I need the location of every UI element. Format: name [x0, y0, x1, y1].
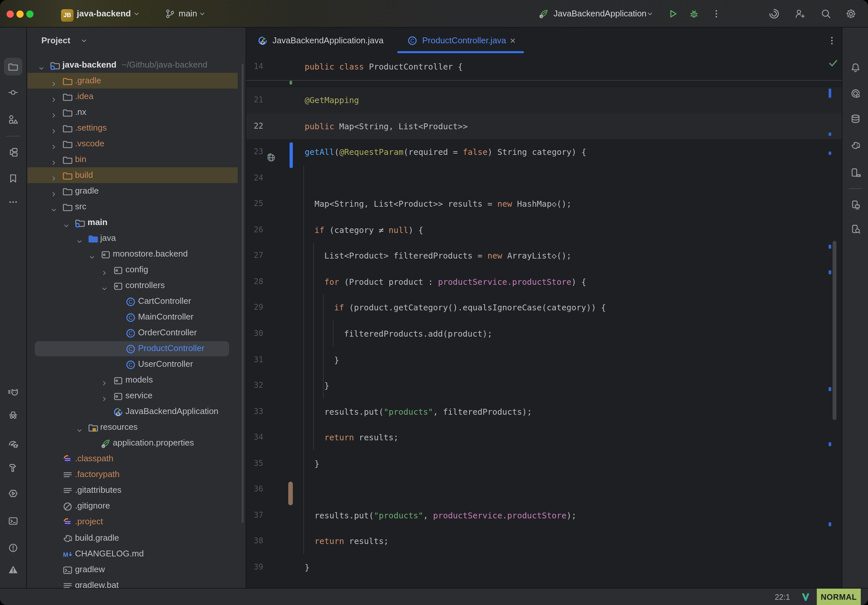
- tree-item-cartcontroller[interactable]: CCartController: [26, 293, 246, 309]
- more-run-actions-icon[interactable]: [711, 9, 722, 19]
- chevron-right-icon[interactable]: [50, 156, 58, 163]
- tree-item-service[interactable]: service: [26, 388, 246, 404]
- change-marker[interactable]: [829, 245, 831, 249]
- tree-item-monostore-backend[interactable]: monostore.backend: [26, 246, 246, 262]
- tree-item-resources[interactable]: resources: [26, 419, 246, 435]
- running-devices-icon[interactable]: [850, 200, 860, 210]
- chevron-right-icon[interactable]: [50, 92, 58, 100]
- close-tab-icon[interactable]: [509, 37, 519, 47]
- code-line-32[interactable]: 32}: [246, 373, 842, 399]
- tree-scrollbar[interactable]: [241, 63, 243, 523]
- project-tool-icon[interactable]: [8, 61, 19, 72]
- tree-item-usercontroller[interactable]: CUserController: [26, 356, 246, 372]
- terminal-tool-icon[interactable]: [8, 515, 19, 526]
- tree-item-build-gradle[interactable]: build.gradle: [26, 530, 246, 546]
- tree-item-project[interactable]: .project: [26, 514, 246, 530]
- chevron-right-icon[interactable]: [50, 187, 58, 195]
- editor-options-icon[interactable]: [827, 35, 837, 46]
- change-marker[interactable]: [829, 133, 831, 136]
- device-explorer-icon[interactable]: [850, 224, 860, 234]
- close-window-button[interactable]: [6, 10, 14, 17]
- caret-position[interactable]: 22:1: [775, 589, 790, 605]
- code-line-35[interactable]: 35}: [246, 450, 842, 477]
- code-line-30[interactable]: 30filteredProducts.add(product);: [246, 321, 842, 347]
- change-marker[interactable]: [829, 152, 831, 155]
- branch-menu[interactable]: main: [178, 0, 197, 28]
- code-line-36[interactable]: 36: [246, 477, 842, 503]
- code-line-29[interactable]: 29if (product.getCategory().equalsIgnore…: [246, 295, 842, 321]
- code-line-28[interactable]: 28for (Product product : productService.…: [246, 269, 842, 295]
- tree-item-gradle[interactable]: gradle: [26, 183, 246, 199]
- code-line-37[interactable]: 37results.put("products", productService…: [246, 503, 842, 529]
- tree-item-classpath[interactable]: .classpath: [26, 451, 246, 467]
- chevron-down-icon[interactable]: [88, 250, 96, 258]
- run-tool-icon[interactable]: [8, 488, 19, 499]
- chevron-down-icon[interactable]: [75, 234, 83, 242]
- run-configuration-selector[interactable]: JavaBackendApplication: [553, 0, 646, 28]
- code-line-38[interactable]: 38return results;: [246, 529, 842, 554]
- chevron-down-icon[interactable]: [37, 61, 45, 68]
- tree-item-productcontroller[interactable]: CProductController: [26, 340, 246, 356]
- warnings-tool-icon[interactable]: [8, 564, 19, 575]
- build-tool-icon[interactable]: [8, 463, 19, 473]
- tree-item-gradlew[interactable]: gradlew: [26, 562, 246, 577]
- chevron-down-icon[interactable]: [50, 203, 58, 210]
- tree-item-changelog-md[interactable]: MCHANGELOG.md: [26, 546, 246, 562]
- chevron-right-icon[interactable]: [101, 376, 108, 384]
- gradle-tool-icon[interactable]: [850, 141, 860, 151]
- tree-item-gitignore[interactable]: .gitignore: [26, 498, 246, 514]
- speed-cat-plugin-icon[interactable]: [8, 387, 19, 397]
- services-tool-icon[interactable]: [8, 147, 19, 158]
- notifications-bell-icon[interactable]: [850, 62, 860, 73]
- tree-item-java-backend[interactable]: java-backend~/Github/java-backend: [26, 57, 246, 73]
- chevron-right-icon[interactable]: [101, 392, 108, 399]
- code-line-31[interactable]: 31}: [246, 347, 842, 373]
- tree-item-gradle[interactable]: .gradle: [26, 73, 246, 88]
- tree-item-gitattributes[interactable]: .gitattributes: [26, 483, 246, 498]
- tree-item-maincontroller[interactable]: CMainController: [26, 309, 246, 325]
- editor-scrollbar[interactable]: [832, 241, 837, 420]
- tree-item-vscode[interactable]: .vscode: [26, 136, 246, 152]
- tree-item-settings[interactable]: .settings: [26, 120, 246, 136]
- chevron-down-icon[interactable]: [75, 424, 83, 432]
- tab-productcontroller[interactable]: C ProductController.java: [396, 28, 525, 53]
- more-tool-windows-icon[interactable]: [8, 197, 19, 207]
- profiler-tool-icon[interactable]: [8, 438, 19, 449]
- code-line-22[interactable]: 22public Map<String, List<Product>>: [246, 113, 842, 139]
- tree-item-config[interactable]: config: [26, 262, 246, 278]
- tree-item-application-properties[interactable]: application.properties: [26, 435, 246, 451]
- change-marker[interactable]: [829, 522, 831, 526]
- incognito-plugin-icon[interactable]: [8, 410, 19, 420]
- tree-item-idea[interactable]: .idea: [26, 88, 246, 104]
- code-line-39[interactable]: 39}: [246, 554, 842, 580]
- code-line-24[interactable]: 24: [246, 165, 842, 191]
- tree-item-controllers[interactable]: controllers: [26, 278, 246, 293]
- tree-item-src[interactable]: src: [26, 199, 246, 215]
- chevron-right-icon[interactable]: [50, 124, 58, 132]
- zoom-window-button[interactable]: [26, 10, 33, 17]
- chevron-right-icon[interactable]: [101, 266, 108, 274]
- change-marker[interactable]: [829, 270, 831, 274]
- tree-item-main[interactable]: main: [26, 215, 246, 230]
- device-manager-icon[interactable]: [850, 167, 860, 178]
- bookmarks-tool-icon[interactable]: [8, 173, 19, 184]
- problems-tool-icon[interactable]: [8, 542, 19, 553]
- add-user-icon[interactable]: [794, 9, 805, 19]
- ideavim-icon[interactable]: [801, 593, 810, 602]
- minimize-window-button[interactable]: [16, 10, 23, 17]
- change-marker[interactable]: [829, 88, 831, 98]
- code-line-27[interactable]: 27List<Product> filteredProducts = new A…: [246, 243, 842, 269]
- chevron-down-icon[interactable]: [63, 218, 71, 226]
- chevron-right-icon[interactable]: [50, 171, 58, 179]
- debug-button[interactable]: [689, 9, 699, 19]
- code-line-21[interactable]: 21@GetMapping: [246, 87, 842, 113]
- tree-item-gradlew-bat[interactable]: gradlew.bat: [26, 577, 246, 588]
- code-line-34[interactable]: 34return results;: [246, 424, 842, 450]
- structure-tool-icon[interactable]: [8, 114, 19, 125]
- code-line-23[interactable]: 23getAll(@RequestParam(required = false)…: [246, 139, 842, 165]
- code-line-25[interactable]: 25Map<String, List<Product>> results = n…: [246, 191, 842, 217]
- vim-mode-badge[interactable]: NORMAL: [817, 589, 861, 605]
- project-panel-header[interactable]: Project: [41, 33, 70, 48]
- settings-gear-icon[interactable]: [846, 9, 856, 19]
- commit-tool-icon[interactable]: [8, 87, 19, 97]
